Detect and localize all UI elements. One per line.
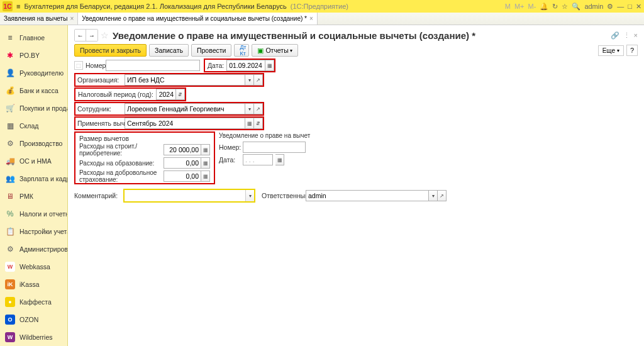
sidebar-item-11[interactable]: 📋Настройки учета	[0, 223, 67, 240]
back-button[interactable]: ←	[75, 30, 86, 41]
notification-subpanel: Уведомление о праве на вычет Номер: Дата…	[219, 132, 310, 166]
calculator-icon[interactable]: ▦	[201, 144, 210, 155]
calc-mminus-icon[interactable]: M-	[528, 3, 536, 10]
close-icon[interactable]: ×	[309, 15, 313, 22]
organization-input[interactable]: ИП без НДС	[125, 74, 245, 86]
date-input[interactable]: 01.09.2024	[226, 60, 265, 71]
dt-kt-button[interactable]: ДтКт	[234, 44, 249, 57]
dropdown-icon[interactable]: ▾	[245, 103, 254, 114]
apply-from-label: Применять вычеты с:	[75, 120, 125, 127]
employee-label: Сотрудник:	[75, 105, 125, 113]
form-area: ← → ☆ Уведомление о праве на имущественн…	[68, 25, 644, 346]
sidebar: ≡Главное✱PO.BY👤Руководителю💰Банк и касса…	[0, 25, 68, 346]
tab-notification[interactable]: Уведомление о праве на имущественный и с…	[78, 13, 318, 25]
sidebar-item-10[interactable]: %Налоги и отчетность	[0, 205, 67, 223]
write-button[interactable]: Записать	[149, 44, 189, 57]
dropdown-icon[interactable]: ▾	[245, 190, 254, 201]
favorite-star-icon[interactable]: ☆	[101, 30, 109, 40]
sidebar-item-17[interactable]: WWildberries	[0, 328, 67, 346]
insurance-expense-input[interactable]: 0,00	[164, 170, 201, 182]
sidebar-item-0[interactable]: ≡Главное	[0, 29, 67, 47]
settings-icon[interactable]: ⚙	[607, 3, 613, 11]
close-icon[interactable]: ✕	[636, 3, 641, 11]
tab-label: Уведомление о праве на имущественный и с…	[82, 15, 307, 22]
notif-date-input[interactable]: . . .	[243, 154, 273, 165]
sidebar-item-label: Администрирование	[19, 245, 68, 253]
comment-input[interactable]	[125, 190, 245, 201]
apply-from-input[interactable]: Сентябрь 2024	[125, 118, 245, 129]
dropdown-icon[interactable]: ▾	[429, 190, 438, 201]
post-button[interactable]: Провести	[191, 44, 231, 57]
sidebar-item-label: Каффеста	[19, 298, 52, 306]
sidebar-item-label: Налоги и отчетность	[19, 210, 68, 218]
bell-icon[interactable]: 🔔	[540, 3, 548, 11]
close-form-icon[interactable]: ×	[634, 31, 638, 39]
education-expense-input[interactable]: 0,00	[164, 157, 201, 169]
number-input[interactable]	[106, 60, 200, 71]
sidebar-item-label: РМК	[19, 193, 33, 200]
sidebar-icon: 🚚	[5, 156, 15, 166]
more-icon[interactable]: ⋮	[623, 31, 630, 40]
sidebar-item-label: Склад	[19, 122, 38, 130]
number-label: Номер:	[86, 62, 106, 69]
post-and-close-button[interactable]: Провести и закрыть	[74, 44, 147, 57]
dropdown-icon[interactable]: ▾	[245, 74, 254, 86]
search-icon[interactable]: 🔍	[572, 3, 580, 11]
history-icon[interactable]: ↻	[552, 3, 558, 11]
close-icon[interactable]: ×	[70, 15, 74, 22]
open-icon[interactable]: ↗	[254, 103, 263, 114]
more-menu-button[interactable]: Еще▾	[598, 45, 624, 56]
sidebar-item-4[interactable]: 🛒Покупки и продажи	[0, 99, 67, 117]
sidebar-item-8[interactable]: 👥Зарплата и кадры	[0, 170, 67, 187]
sidebar-item-5[interactable]: ▦Склад	[0, 117, 67, 135]
sidebar-item-7[interactable]: 🚚ОС и НМА	[0, 152, 67, 170]
calc-m-icon[interactable]: M	[505, 3, 511, 10]
employee-input[interactable]: Лореонов Геннадий Георгиевич	[125, 103, 245, 114]
spinner-icon[interactable]: ⇵	[254, 118, 263, 129]
calendar-icon[interactable]: ▦	[265, 60, 274, 71]
sidebar-icon: W	[5, 332, 15, 342]
menu-icon[interactable]: ≡	[16, 3, 20, 10]
reports-button[interactable]: ▣Отчеты ▾	[252, 44, 297, 57]
sidebar-item-3[interactable]: 💰Банк и касса	[0, 82, 67, 99]
sidebar-item-14[interactable]: iKiKassa	[0, 276, 67, 293]
calc-mplus-icon[interactable]: M+	[514, 3, 525, 10]
calendar-icon[interactable]: ▦	[245, 118, 254, 129]
help-button[interactable]: ?	[626, 45, 638, 56]
sidebar-item-9[interactable]: 🖥РМК	[0, 187, 67, 205]
user-label[interactable]: admin	[584, 3, 603, 10]
more-label: Еще	[602, 47, 615, 54]
tab-label: Заявления на вычеты	[4, 15, 67, 22]
sidebar-item-12[interactable]: ⚙Администрирование	[0, 240, 67, 258]
sidebar-icon: O	[5, 315, 15, 325]
sidebar-item-6[interactable]: ⚙Производство	[0, 135, 67, 152]
tax-period-input[interactable]: 2024	[156, 89, 176, 100]
sidebar-icon: 👤	[5, 68, 15, 78]
sidebar-icon: %	[5, 209, 15, 219]
lock-icon[interactable]: ⬚	[74, 61, 83, 70]
spinner-icon[interactable]: ⇵	[176, 89, 185, 100]
sidebar-item-label: Банк и касса	[19, 87, 58, 94]
sidebar-item-2[interactable]: 👤Руководителю	[0, 64, 67, 82]
maximize-icon[interactable]: □	[628, 3, 632, 10]
construction-expense-input[interactable]: 20 000,00	[164, 144, 201, 155]
sidebar-item-16[interactable]: OOZON	[0, 311, 67, 328]
sidebar-item-label: OZON	[19, 316, 38, 323]
calculator-icon[interactable]: ▦	[201, 170, 210, 182]
calculator-icon[interactable]: ▦	[201, 157, 210, 169]
star-icon[interactable]: ☆	[562, 3, 568, 11]
minimize-icon[interactable]: —	[617, 3, 624, 10]
sidebar-item-1[interactable]: ✱PO.BY	[0, 47, 67, 64]
sidebar-item-15[interactable]: ●Каффеста	[0, 293, 67, 311]
tab-applications[interactable]: Заявления на вычеты×	[0, 13, 78, 25]
open-icon[interactable]: ↗	[254, 74, 263, 86]
sidebar-item-13[interactable]: WWebkassa	[0, 258, 67, 276]
calendar-icon[interactable]: ▦	[275, 154, 284, 165]
notif-number-input[interactable]	[243, 142, 306, 153]
responsible-input[interactable]: admin	[306, 190, 429, 201]
link-icon[interactable]: 🔗	[611, 31, 619, 40]
forward-button[interactable]: →	[86, 30, 97, 41]
open-icon[interactable]: ↗	[438, 190, 447, 201]
titlebar: 1C ≡ Бухгалтерия для Беларуси, редакция …	[0, 0, 644, 13]
sidebar-icon: 👥	[5, 174, 15, 184]
